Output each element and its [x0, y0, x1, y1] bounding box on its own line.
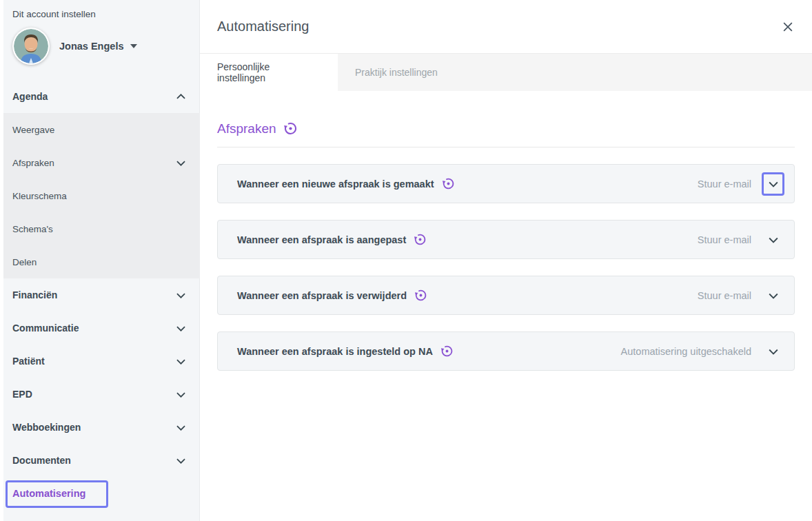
- settings-window: Dit account instellen: [0, 0, 812, 521]
- sidebar-item-kleurschema[interactable]: Kleurschema: [0, 179, 200, 212]
- sidebar-item-communicatie[interactable]: Communicatie: [0, 311, 200, 345]
- sidebar-item-delen[interactable]: Delen: [0, 245, 200, 278]
- settings-sidebar: Dit account instellen: [0, 0, 200, 521]
- avatar: [12, 28, 50, 65]
- rule-expand-button[interactable]: [762, 340, 784, 363]
- sidebar-item-agenda[interactable]: Agenda: [0, 80, 200, 113]
- chevron-down-icon: [767, 233, 780, 247]
- user-name: Jonas Engels: [59, 41, 123, 52]
- rule-action-value: Stuur e-mail: [698, 234, 751, 245]
- automation-restore-icon: [413, 232, 427, 247]
- close-icon: [781, 20, 795, 34]
- rule-label: Wanneer een afspraak is aangepast: [237, 234, 406, 245]
- rule-action-value: Automatisering uitgeschakeld: [621, 346, 751, 357]
- rule-expand-button[interactable]: [762, 172, 784, 196]
- chevron-down-icon: [174, 388, 187, 401]
- close-button[interactable]: [779, 18, 797, 36]
- sidebar-item-documenten[interactable]: Documenten: [0, 444, 200, 477]
- sidebar-item-patient[interactable]: Patiënt: [0, 345, 200, 378]
- sidebar-item-weergave[interactable]: Weergave: [0, 113, 200, 146]
- rule-label: Wanneer een afspraak is ingesteld op NA: [237, 346, 433, 357]
- rule-row-afspraak-aangepast[interactable]: Wanneer een afspraak is aangepast Stuur …: [217, 220, 795, 259]
- rule-action-value: Stuur e-mail: [698, 178, 751, 190]
- section-heading-afspraken: Afspraken: [217, 121, 795, 136]
- sidebar-nav: Agenda Weergave Afspraken Kleurschema Sc…: [0, 80, 200, 510]
- automation-restore-icon: [441, 176, 456, 191]
- chevron-down-icon: [767, 289, 780, 303]
- sidebar-item-afspraken[interactable]: Afspraken: [0, 146, 200, 179]
- automation-rules-list: Wanneer een nieuwe afspraak is gemaakt S…: [217, 164, 795, 371]
- automation-restore-icon: [414, 288, 428, 303]
- automation-panel: Automatisering Persoonlijke instellingen…: [200, 0, 812, 521]
- chevron-down-icon: [174, 289, 187, 302]
- tab-praktijk-instellingen[interactable]: Praktijk instellingen: [338, 54, 455, 91]
- sidebar-item-epd[interactable]: EPD: [0, 378, 200, 411]
- rule-expand-button[interactable]: [762, 228, 784, 252]
- rule-action-value: Stuur e-mail: [698, 290, 751, 301]
- chevron-down-icon: [174, 355, 187, 368]
- sidebar-item-automatisering[interactable]: Automatisering: [0, 477, 200, 510]
- chevron-down-icon: [130, 44, 137, 48]
- sidebar-item-schemas[interactable]: Schema's: [0, 212, 200, 245]
- user-menu[interactable]: Jonas Engels: [12, 28, 187, 65]
- sidebar-item-financien[interactable]: Financiën: [0, 278, 200, 311]
- rule-row-afspraak-verwijderd[interactable]: Wanneer een afspraak is verwijderd Stuur…: [217, 276, 795, 315]
- tab-persoonlijke-instellingen[interactable]: Persoonlijke instellingen: [200, 54, 338, 91]
- chevron-down-icon: [174, 454, 187, 467]
- automation-restore-icon: [283, 121, 298, 136]
- rule-expand-button[interactable]: [762, 284, 784, 307]
- chevron-down-icon: [174, 421, 187, 434]
- chevron-down-icon: [767, 177, 780, 191]
- automation-restore-icon: [440, 344, 454, 358]
- account-section: Dit account instellen: [0, 0, 199, 65]
- rule-label: Wanneer een afspraak is verwijderd: [237, 290, 407, 301]
- panel-title: Automatisering: [217, 19, 779, 34]
- sidebar-item-webboekingen[interactable]: Webboekingen: [0, 411, 200, 444]
- avatar-photo: [14, 29, 48, 63]
- account-section-title: Dit account instellen: [12, 9, 187, 19]
- rule-row-afspraak-ingesteld-op-na[interactable]: Wanneer een afspraak is ingesteld op NA …: [217, 331, 795, 371]
- chevron-down-icon: [174, 322, 187, 335]
- panel-header: Automatisering: [200, 0, 812, 54]
- rule-row-afspraak-gemaakt[interactable]: Wanneer een nieuwe afspraak is gemaakt S…: [217, 164, 795, 203]
- section-divider: [217, 147, 795, 147]
- rule-label: Wanneer een nieuwe afspraak is gemaakt: [237, 178, 434, 190]
- chevron-up-icon: [174, 90, 187, 103]
- chevron-down-icon: [767, 345, 780, 358]
- panel-content: Afspraken Wanneer een nieuwe afspraak is…: [200, 91, 812, 405]
- settings-tabs: Persoonlijke instellingen Praktijk inste…: [200, 54, 812, 91]
- sidebar-left-gutter: [0, 0, 3, 521]
- chevron-down-icon: [174, 156, 187, 170]
